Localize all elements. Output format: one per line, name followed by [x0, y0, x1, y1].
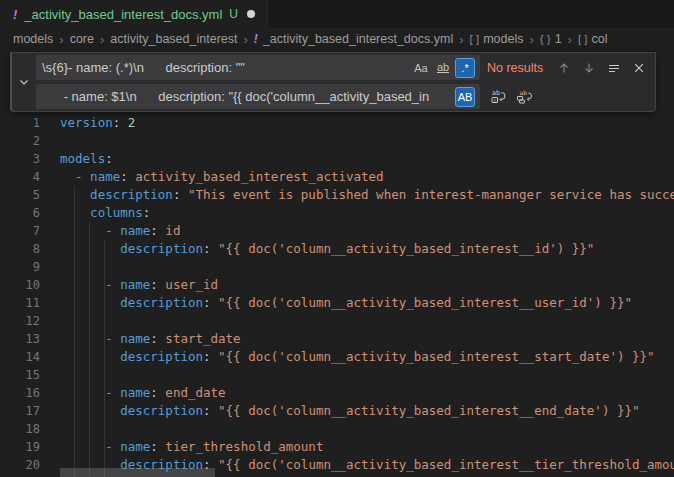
- previous-match-button[interactable]: [556, 60, 572, 76]
- line-number[interactable]: 18: [0, 420, 40, 438]
- breadcrumb-item-models[interactable]: [ ]models: [470, 32, 524, 46]
- code-token: - name: [105, 439, 150, 454]
- code-line[interactable]: description: "{{ doc('column__activity_b…: [60, 294, 674, 312]
- code-token: - name: [105, 331, 150, 346]
- code-line[interactable]: [60, 420, 674, 438]
- regex-toggle[interactable]: .*: [455, 58, 475, 78]
- line-number[interactable]: 15: [0, 366, 40, 384]
- breadcrumb: models›core›activity_based_interest›!_ac…: [0, 28, 674, 50]
- line-number[interactable]: 8: [0, 240, 40, 258]
- replace-input-value[interactable]: - name: $1\n description: "{{ doc('colum…: [36, 89, 455, 104]
- code-line[interactable]: - name: user_id: [60, 276, 674, 294]
- horizontal-scrollbar[interactable]: [60, 468, 215, 477]
- code-line[interactable]: - name: end_date: [60, 384, 674, 402]
- breadcrumb-label: core: [70, 32, 94, 46]
- modified-dot-icon[interactable]: [247, 10, 255, 18]
- whole-word-toggle-label: ab: [437, 62, 449, 73]
- whole-word-toggle[interactable]: ab: [433, 58, 453, 78]
- line-number[interactable]: 2: [0, 132, 40, 150]
- code-token: columns: [90, 205, 143, 220]
- code-token: :: [120, 169, 128, 184]
- code-line[interactable]: models:: [60, 150, 674, 168]
- line-number[interactable]: 9: [0, 258, 40, 276]
- line-number[interactable]: 6: [0, 204, 40, 222]
- editor-tab[interactable]: ! _activity_based_interest_docs.yml U: [0, 0, 268, 28]
- code-area[interactable]: version: 2models: - name: activity_based…: [60, 114, 674, 477]
- code-line[interactable]: version: 2: [60, 114, 674, 132]
- code-token: :: [150, 223, 158, 238]
- svg-text:ab: ab: [492, 89, 500, 97]
- line-number[interactable]: 1: [0, 114, 40, 132]
- breadcrumb-item-1[interactable]: { }1: [540, 32, 562, 46]
- line-number[interactable]: 3: [0, 150, 40, 168]
- line-number[interactable]: 10: [0, 276, 40, 294]
- breadcrumb-separator-icon: ›: [100, 32, 104, 47]
- next-match-button[interactable]: [581, 60, 597, 76]
- line-number[interactable]: 11: [0, 294, 40, 312]
- replace-all-icon[interactable]: ab: [516, 89, 532, 105]
- find-row: \s{6}- name: (.*)\n description: "" Aaab…: [36, 55, 649, 80]
- indent-guide: [74, 186, 75, 477]
- code-token: [60, 439, 105, 454]
- replace-input[interactable]: - name: $1\n description: "{{ doc('colum…: [36, 84, 480, 109]
- find-input-value[interactable]: \s{6}- name: (.*)\n description: "": [36, 60, 411, 75]
- find-replace-widget: \s{6}- name: (.*)\n description: "" Aaab…: [10, 52, 656, 112]
- breadcrumb-item-core[interactable]: core: [70, 32, 94, 46]
- line-number[interactable]: 4: [0, 168, 40, 186]
- code-line[interactable]: [60, 366, 674, 384]
- breadcrumb-item--activity-based-interest-docs-yml[interactable]: !_activity_based_interest_docs.yml: [254, 32, 453, 46]
- line-number[interactable]: 12: [0, 312, 40, 330]
- line-number[interactable]: 5: [0, 186, 40, 204]
- line-number[interactable]: 19: [0, 438, 40, 456]
- preserve-case-toggle[interactable]: AB: [455, 87, 475, 107]
- code-token: :: [203, 241, 211, 256]
- line-number[interactable]: 20: [0, 456, 40, 474]
- breadcrumb-separator-icon: ›: [59, 32, 63, 47]
- code-line[interactable]: description: "This event is published wh…: [60, 186, 674, 204]
- tab-bar: ! _activity_based_interest_docs.yml U: [0, 0, 674, 28]
- line-number[interactable]: 17: [0, 402, 40, 420]
- close-icon[interactable]: [631, 60, 647, 76]
- code-line[interactable]: description: "{{ doc('column__activity_b…: [60, 240, 674, 258]
- find-in-selection-icon[interactable]: [606, 60, 622, 76]
- toggle-replace-button[interactable]: [12, 53, 36, 111]
- code-line[interactable]: [60, 312, 674, 330]
- code-token: - name: [105, 223, 150, 238]
- code-token: user_id: [158, 277, 218, 292]
- breadcrumb-item-activity-based-interest[interactable]: activity_based_interest: [110, 32, 237, 46]
- code-line[interactable]: - name: id: [60, 222, 674, 240]
- find-input[interactable]: \s{6}- name: (.*)\n description: "" Aaab…: [36, 55, 480, 80]
- svg-text:c: c: [494, 97, 497, 102]
- code-line[interactable]: columns:: [60, 204, 674, 222]
- code-token: [60, 295, 120, 310]
- code-line[interactable]: [60, 258, 674, 276]
- line-number[interactable]: 16: [0, 384, 40, 402]
- tab-title: _activity_based_interest_docs.yml: [24, 7, 222, 22]
- line-number[interactable]: 7: [0, 222, 40, 240]
- code-token: "This event is published when interest-m…: [180, 187, 674, 202]
- code-token: :: [203, 403, 211, 418]
- line-number[interactable]: 14: [0, 348, 40, 366]
- code-token: - name: [75, 169, 120, 184]
- breadcrumb-separator-icon: ›: [459, 32, 463, 47]
- code-token: :: [105, 151, 113, 166]
- vscode-window: ! _activity_based_interest_docs.yml U mo…: [0, 0, 674, 477]
- code-token: [60, 205, 90, 220]
- code-line[interactable]: - name: start_date: [60, 330, 674, 348]
- breadcrumb-item-col[interactable]: [ ]col: [578, 32, 608, 46]
- code-token: "{{ doc('column__activity_based_interest…: [211, 295, 632, 310]
- code-token: models: [60, 151, 105, 166]
- code-line[interactable]: - name: activity_based_interest_activate…: [60, 168, 674, 186]
- breadcrumb-item-models[interactable]: models: [13, 32, 53, 46]
- match-case-toggle[interactable]: Aa: [411, 58, 431, 78]
- code-line[interactable]: [60, 132, 674, 150]
- code-editor[interactable]: 1234567891011121314151617181920 version:…: [0, 50, 674, 477]
- code-token: description: [90, 187, 173, 202]
- replace-icon[interactable]: ab c: [490, 89, 506, 105]
- symbol-kind-icon: [ ]: [470, 33, 480, 45]
- line-number[interactable]: 13: [0, 330, 40, 348]
- yaml-file-icon: !: [254, 32, 258, 46]
- code-line[interactable]: description: "{{ doc('column__activity_b…: [60, 402, 674, 420]
- code-line[interactable]: - name: tier_threshold_amount: [60, 438, 674, 456]
- code-line[interactable]: description: "{{ doc('column__activity_b…: [60, 348, 674, 366]
